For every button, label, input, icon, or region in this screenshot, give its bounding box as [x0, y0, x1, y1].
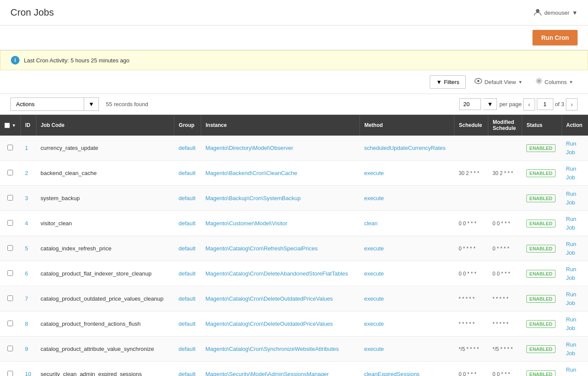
job-link[interactable]: Job [566, 148, 584, 157]
row-checkbox-cell [0, 136, 20, 161]
per-page-input[interactable] [459, 98, 481, 110]
job-link[interactable]: Job [566, 198, 584, 207]
th-status[interactable]: Status [522, 115, 562, 136]
row-group: default [174, 236, 201, 261]
row-instance: Magento\Catalog\Cron\DeleteOutdatedPrice… [201, 286, 360, 311]
row-group: default [174, 136, 201, 161]
per-page-dropdown-button[interactable]: ▼ [483, 98, 497, 110]
row-status: ENABLED [522, 362, 562, 376]
run-job-link[interactable]: Run [566, 240, 584, 249]
run-job-link[interactable]: Run [566, 290, 584, 299]
job-link[interactable]: Job [566, 249, 584, 257]
columns-button[interactable]: Columns ▼ [531, 75, 578, 89]
cron-jobs-table-wrapper: ▼ ID Job Code Group Instance Method Sche… [0, 115, 588, 376]
run-job-link[interactable]: Run [566, 215, 584, 224]
run-cron-button[interactable]: Run Cron [532, 30, 578, 45]
row-checkbox[interactable] [7, 220, 13, 226]
job-link[interactable]: Job [566, 224, 584, 232]
job-link[interactable]: Job [566, 299, 584, 308]
row-id: 7 [20, 286, 36, 311]
row-group: default [174, 362, 201, 376]
row-job-code: catalog_index_refresh_price [36, 236, 174, 261]
row-group: default [174, 286, 201, 311]
records-found: 55 records found [106, 101, 148, 107]
row-checkbox[interactable] [7, 295, 13, 301]
row-id: 2 [20, 161, 36, 186]
row-instance: Magento\Catalog\Cron\DeleteOutdatedPrice… [201, 311, 360, 337]
job-link[interactable]: Job [566, 374, 584, 376]
row-instance: Magento\Catalog\Cron\RefreshSpecialPrice… [201, 236, 360, 261]
page-number-input[interactable] [537, 98, 553, 110]
row-job-code: catalog_product_frontend_actions_flush [36, 311, 174, 337]
row-id: 6 [20, 261, 36, 286]
actions-select[interactable]: Actions [10, 97, 84, 111]
run-job-link[interactable]: Run [566, 265, 584, 274]
row-checkbox[interactable] [7, 170, 13, 175]
th-action[interactable]: Action [562, 115, 588, 136]
status-badge: ENABLED [526, 245, 555, 253]
status-badge: ENABLED [526, 220, 555, 227]
row-group: default [174, 337, 201, 362]
row-checkbox-cell [0, 161, 20, 186]
th-modified-schedule[interactable]: ModifiedSchedule [488, 115, 522, 136]
status-badge: ENABLED [526, 144, 555, 152]
job-link[interactable]: Job [566, 349, 584, 358]
row-checkbox[interactable] [7, 245, 13, 251]
row-checkbox-cell [0, 236, 20, 261]
th-method[interactable]: Method [360, 115, 454, 136]
job-link[interactable]: Job [566, 324, 584, 333]
row-checkbox[interactable] [7, 346, 13, 351]
job-link[interactable]: Job [566, 173, 584, 182]
grid-controls: Actions ▼ 55 records found ▼ per page ‹ … [0, 94, 588, 115]
row-checkbox-cell [0, 261, 20, 286]
default-view-button[interactable]: Default View ▼ [470, 75, 527, 89]
previous-page-button[interactable]: ‹ [523, 98, 535, 110]
table-row: 4 visitor_clean default Magento\Customer… [0, 211, 588, 236]
row-status: ENABLED [522, 286, 562, 311]
th-schedule[interactable]: Schedule [454, 115, 488, 136]
row-instance: Magento\Directory\Model\Observer [201, 136, 360, 161]
row-modified-schedule: 30 2 * * * [488, 161, 522, 186]
run-job-link[interactable]: Run [566, 315, 584, 324]
run-job-link[interactable]: Run [566, 190, 584, 198]
actions-dropdown-button[interactable]: ▼ [84, 97, 99, 111]
row-action: Run Job [562, 311, 588, 337]
run-job-link[interactable]: Run [566, 340, 584, 349]
view-chevron-icon: ▼ [518, 80, 523, 84]
row-modified-schedule: * * * * * [488, 311, 522, 337]
gear-icon [536, 78, 542, 86]
row-checkbox-cell [0, 211, 20, 236]
row-instance: Magento\Backend\Cron\CleanCache [201, 161, 360, 186]
run-job-link[interactable]: Run [566, 139, 584, 148]
info-icon: i [11, 56, 20, 65]
pagination: ▼ per page ‹ of 3 › [459, 98, 578, 110]
row-schedule: 0 0 * * * [454, 211, 488, 236]
th-id[interactable]: ID [20, 115, 36, 136]
row-checkbox[interactable] [7, 145, 13, 150]
row-checkbox[interactable] [7, 371, 13, 376]
job-link[interactable]: Job [566, 274, 584, 282]
th-job-code[interactable]: Job Code [36, 115, 174, 136]
run-job-link[interactable]: Run [566, 366, 584, 374]
select-all-checkbox[interactable] [4, 123, 10, 128]
row-checkbox[interactable] [7, 321, 13, 326]
run-job-link[interactable]: Run [566, 165, 584, 173]
user-dropdown-icon: ▼ [572, 10, 578, 16]
page-title: Cron Jobs [10, 7, 54, 18]
th-select-all[interactable]: ▼ [0, 115, 20, 136]
row-modified-schedule: 0 * * * * [488, 236, 522, 261]
filter-bar: ▼ Filters Default View ▼ Columns ▼ [0, 70, 588, 94]
row-id: 9 [20, 337, 36, 362]
table-header-row: ▼ ID Job Code Group Instance Method Sche… [0, 115, 588, 136]
th-group[interactable]: Group [174, 115, 201, 136]
filters-button[interactable]: ▼ Filters [430, 75, 466, 89]
row-instance: Magento\Catalog\Cron\DeleteAbandonedStor… [201, 261, 360, 286]
row-checkbox[interactable] [7, 195, 13, 201]
row-checkbox[interactable] [7, 270, 13, 276]
table-row: 5 catalog_index_refresh_price default Ma… [0, 236, 588, 261]
user-menu[interactable]: demouser ▼ [534, 8, 578, 17]
status-badge: ENABLED [526, 345, 555, 353]
next-page-button[interactable]: › [566, 98, 578, 110]
table-row: 7 catalog_product_outdated_price_values_… [0, 286, 588, 311]
th-instance[interactable]: Instance [201, 115, 360, 136]
